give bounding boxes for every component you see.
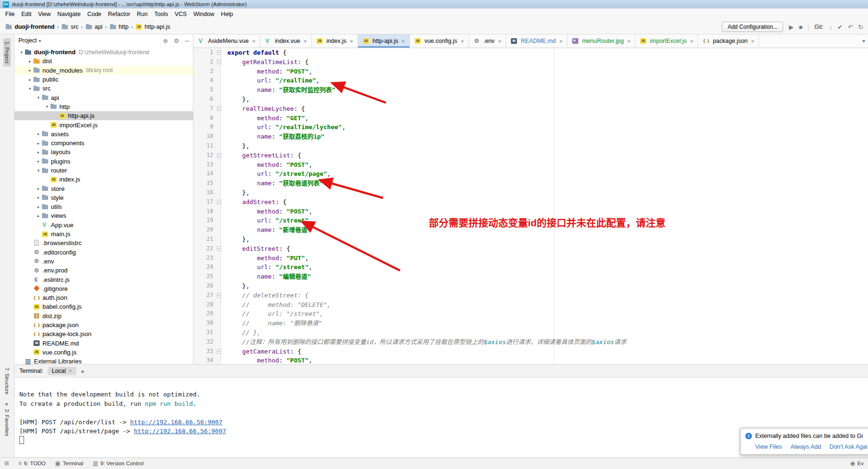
code-line[interactable]: 7− realTimeLychee: { [193,104,868,114]
tree-item-app-vue[interactable]: App.vue [15,221,193,230]
close-icon[interactable]: × [460,38,464,44]
tab-vue-config-js[interactable]: vue.config.js× [410,34,469,48]
code-line[interactable]: 8 method: "GET", [193,114,868,123]
menu-navigate[interactable]: Navigate [54,9,84,19]
tree-item-src[interactable]: ▾src [15,84,193,93]
new-terminal-icon[interactable]: + [81,367,85,375]
tool-button-1-project[interactable]: 1: Project [3,38,11,66]
code-line[interactable]: 32 //注释：所有用到删除的接口都需要拼接变量id，所以请求方式采用了挂载在原… [193,337,868,347]
code-line[interactable]: 23 method: "PUT", [193,254,868,263]
tree-item-editorconfig[interactable]: .editorconfig [15,248,193,257]
tree-item-env-prod[interactable]: .env.prod [15,266,193,275]
code-line[interactable]: 12− getStreetList: { [193,151,868,160]
event-log-icon[interactable]: ◉ [850,460,855,467]
tree-item-gitignore[interactable]: .gitignore [15,284,193,293]
code-line[interactable]: 2− getRealTimeList: { [193,58,868,67]
code-line[interactable]: 3 method: "POST", [193,67,868,76]
close-icon[interactable]: × [559,38,563,44]
stop-icon[interactable]: ■ [799,24,802,31]
chevron-right-icon[interactable]: ▸ [35,214,42,218]
tab-http-api-js[interactable]: http-api.js× [358,34,410,48]
close-icon[interactable]: × [69,368,72,374]
status-9-version-control[interactable]: ▥9: Version Control [92,460,143,467]
chevron-right-icon[interactable]: ▸ [35,186,42,191]
tool-window-switcher-icon[interactable]: ⊞ [4,460,9,467]
status-right[interactable]: ◉ Ev [850,460,864,467]
status-6-todo[interactable]: ≡6: TODO [18,460,46,467]
chevron-right-icon[interactable]: ▸ [35,150,42,155]
tree-item-vue-config-js[interactable]: vue.config.js [15,348,193,357]
terminal-link[interactable]: http://192.168.66.56:9007 [130,419,223,426]
code-line[interactable]: 1−export default { [193,48,868,58]
tree-item-package-lock-json[interactable]: package-lock.json [15,329,193,338]
chevron-right-icon[interactable]: ▸ [35,159,42,164]
terminal-tab-local[interactable]: Local × [48,367,76,375]
fold-icon[interactable]: − [217,107,221,111]
code-line[interactable]: 34 method: "POST", [193,356,868,364]
editor[interactable]: 1−export default {2− getRealTimeList: {3… [193,48,868,364]
code-line[interactable]: 16 }, [193,188,868,197]
tab-index-vue[interactable]: index.vue× [260,34,312,48]
code-line[interactable]: 30 // name: "删除巷道" [193,319,868,328]
tree-item-public[interactable]: ▸public [15,75,193,84]
menu-help[interactable]: Help [217,9,236,19]
tree-item-index-js[interactable]: index.js [15,175,193,184]
close-icon[interactable]: × [690,38,694,44]
tree-item-assets[interactable]: ▸assets [15,130,193,139]
code-line[interactable]: 14 url: "/street/page", [193,169,868,179]
breadcrumb-item-api[interactable]: api [85,24,103,30]
tool-button-2-favorites[interactable]: ★2: Favorites [3,398,11,439]
tree-item-node-modules[interactable]: ▸node_moduleslibrary root [15,66,193,75]
menu-file[interactable]: File [2,9,18,19]
fold-icon[interactable]: − [217,60,221,64]
tree-item-babel-config-js[interactable]: babel.config.js [15,302,193,311]
menu-edit[interactable]: Edit [18,9,35,19]
menu-run[interactable]: Run [134,9,151,19]
tree-item-package-json[interactable]: package.json [15,321,193,329]
notification-popup[interactable]: i Externally added files can be added to… [740,428,868,455]
code-line[interactable]: 13 method: "POST", [193,160,868,170]
code-line[interactable]: 26 }, [193,281,868,291]
tab-package-json[interactable]: package.json× [698,34,759,48]
code-line[interactable]: 21 }, [193,235,868,244]
code-line[interactable]: 27− // deleteStreet: { [193,291,868,300]
tree-item-store[interactable]: ▸store [15,184,193,193]
breadcrumb-item-src[interactable]: src [61,24,79,30]
tab-importexcel-js[interactable]: importExcel.js× [635,34,698,48]
terminal-cursor[interactable] [19,436,24,444]
tree-item-eslintrc-js[interactable]: .eslintrc.js [15,275,193,284]
menu-refactor[interactable]: Refactor [105,9,134,19]
code-line[interactable]: 11 }, [193,141,868,151]
fold-icon[interactable]: − [217,293,221,297]
fold-icon[interactable]: − [217,50,221,55]
tree-item-env[interactable]: .env [15,257,193,266]
chevron-right-icon[interactable]: ▸ [35,205,42,209]
code-line[interactable]: 33− getCameraList: { [193,347,868,356]
tree-item-dist-zip[interactable]: dist.zip [15,312,193,321]
settings-icon[interactable]: ⚙ [174,37,179,44]
close-icon[interactable]: × [627,38,631,44]
fold-icon[interactable]: − [217,153,221,157]
code-line[interactable]: 29 // url: "/street", [193,309,868,319]
breadcrumb-item-http[interactable]: http [109,24,129,30]
close-icon[interactable]: × [303,38,307,44]
tab-index-js[interactable]: index.js× [312,34,358,48]
rollback-icon[interactable]: ↶ [848,24,853,31]
tree-item-plugins[interactable]: ▸plugins [15,157,193,166]
tab-menurouter-jpg[interactable]: menuRouter.jpg× [568,34,635,48]
hide-icon[interactable]: ─ [185,37,189,44]
update-project-icon[interactable]: ↓ [829,24,833,31]
chevron-down-icon[interactable]: ▾ [27,86,33,91]
notification-action-don-t-ask-agai[interactable]: Don't Ask Agai [829,444,867,450]
terminal-link[interactable]: http://192.168.66.56:9007 [134,428,226,435]
tree-item-main-js[interactable]: main.js [15,230,193,239]
chevron-right-icon[interactable]: ▸ [35,132,42,136]
chevron-right-icon[interactable]: ▸ [27,68,33,73]
code-line[interactable]: 31 // }, [193,328,868,337]
code-line[interactable]: 6 }, [193,95,868,104]
menu-vcs[interactable]: VCS [171,9,190,19]
code-line[interactable]: 17− addStreet: { [193,197,868,207]
code-line[interactable]: 10 name: "获取荔枝的ip" [193,132,868,141]
chevron-down-icon[interactable]: ▾ [44,104,50,109]
tree-item-auth-json[interactable]: auth.json [15,293,193,302]
